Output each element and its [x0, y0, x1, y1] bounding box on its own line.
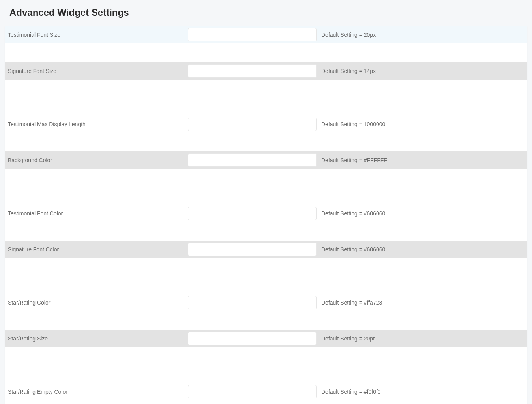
setting-row-testimonial-font-size: Testimonial Font Size Default Setting = … [5, 26, 527, 43]
setting-input-cell [188, 385, 317, 398]
setting-label: Star/Rating Size [8, 335, 188, 342]
setting-row-star-rating-color: Star/Rating Color Default Setting = #ffa… [5, 294, 527, 311]
setting-default: Default Setting = #f0f0f0 [317, 389, 524, 395]
testimonial-max-length-input[interactable] [188, 118, 317, 131]
setting-label: Signature Font Color [8, 246, 188, 252]
setting-row-background-color: Background Color Default Setting = #FFFF… [5, 152, 527, 169]
setting-input-cell [188, 296, 317, 309]
setting-label: Star/Rating Empty Color [8, 389, 188, 395]
spacer [5, 43, 527, 62]
setting-row-star-rating-empty-color: Star/Rating Empty Color Default Setting … [5, 383, 527, 400]
setting-label: Testimonial Font Color [8, 210, 188, 217]
setting-default: Default Setting = #ffa723 [317, 299, 524, 306]
setting-default: Default Setting = 20px [317, 32, 524, 38]
spacer [5, 133, 527, 152]
background-color-input[interactable] [188, 153, 317, 167]
spacer [5, 400, 527, 404]
setting-input-cell [188, 153, 317, 167]
signature-font-color-input[interactable] [188, 243, 317, 256]
setting-row-star-rating-size: Star/Rating Size Default Setting = 20pt [5, 330, 527, 347]
page: Advanced Widget Settings Testimonial Fon… [0, 0, 532, 404]
testimonial-font-color-input[interactable] [188, 207, 317, 220]
setting-row-testimonial-max-length: Testimonial Max Display Length Default S… [5, 116, 527, 133]
testimonial-font-size-input[interactable] [188, 28, 317, 41]
setting-label: Signature Font Size [8, 68, 188, 74]
page-title: Advanced Widget Settings [9, 7, 523, 18]
settings-panel: Testimonial Font Size Default Setting = … [5, 26, 527, 404]
setting-label: Background Color [8, 157, 188, 163]
setting-input-cell [188, 332, 317, 345]
spacer [5, 258, 527, 294]
star-rating-empty-color-input[interactable] [188, 385, 317, 398]
setting-label: Testimonial Font Size [8, 32, 188, 38]
setting-default: Default Setting = #FFFFFF [317, 157, 524, 163]
setting-default: Default Setting = #606060 [317, 246, 524, 252]
spacer [5, 347, 527, 383]
setting-row-signature-font-color: Signature Font Color Default Setting = #… [5, 241, 527, 258]
setting-input-cell [188, 243, 317, 256]
setting-default: Default Setting = 1000000 [317, 121, 524, 127]
setting-default: Default Setting = #606060 [317, 210, 524, 217]
spacer [5, 169, 527, 205]
setting-input-cell [188, 28, 317, 41]
setting-input-cell [188, 64, 317, 78]
spacer [5, 311, 527, 330]
spacer [5, 222, 527, 241]
setting-default: Default Setting = 20pt [317, 335, 524, 342]
setting-input-cell [188, 207, 317, 220]
spacer [5, 80, 527, 116]
setting-label: Star/Rating Color [8, 299, 188, 306]
page-header: Advanced Widget Settings [0, 0, 532, 26]
setting-row-testimonial-font-color: Testimonial Font Color Default Setting =… [5, 205, 527, 222]
signature-font-size-input[interactable] [188, 64, 317, 78]
star-rating-size-input[interactable] [188, 332, 317, 345]
setting-label: Testimonial Max Display Length [8, 121, 188, 127]
star-rating-color-input[interactable] [188, 296, 317, 309]
setting-default: Default Setting = 14px [317, 68, 524, 74]
setting-row-signature-font-size: Signature Font Size Default Setting = 14… [5, 62, 527, 80]
setting-input-cell [188, 118, 317, 131]
